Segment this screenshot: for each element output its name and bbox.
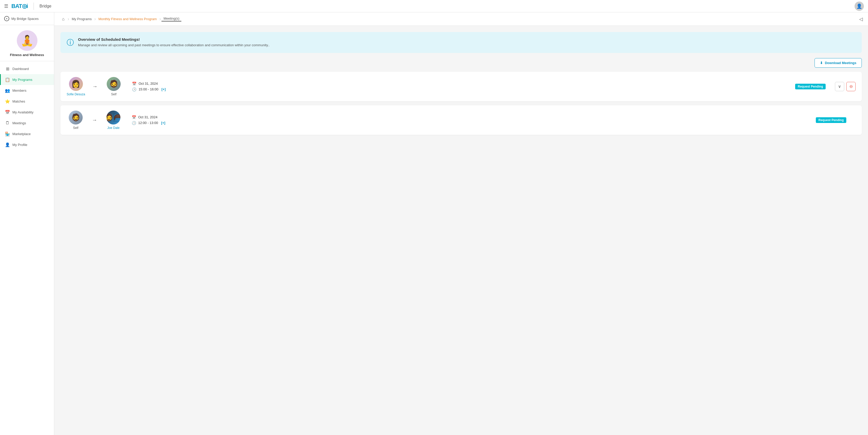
sidebar-item-my-availability[interactable]: 📅 My Availability — [0, 107, 54, 118]
sidebar-item-label: Marketplace — [12, 132, 31, 136]
sidebar-item-label: Matches — [12, 99, 25, 103]
logo-text: BAT◎i — [11, 3, 28, 9]
breadcrumb-program[interactable]: Monthly Fitness and Wellness Program — [96, 17, 159, 21]
sidebar-item-label: Members — [12, 89, 26, 92]
sidebar-item-my-programs[interactable]: 📋 My Programs — [0, 74, 54, 85]
breadcrumb-sep-1: › — [68, 16, 69, 22]
participant-avatar-self1: 🧔 — [107, 77, 121, 91]
meeting-date-text-1: Oct 31, 2024 — [138, 82, 158, 86]
arrow-1: → — [92, 84, 97, 89]
dashboard-icon: ⊞ — [5, 66, 10, 71]
download-row: ⬇ Download Meetings — [60, 58, 862, 68]
breadcrumb: ⌂ › My Programs › Monthly Fitness and We… — [54, 12, 868, 26]
meeting-time-1: 🕒 15:00 - 16:00 [+] — [132, 87, 790, 91]
info-banner-description: Manage and review all upcoming and past … — [78, 42, 270, 48]
my-programs-icon: 📋 — [5, 77, 10, 82]
sidebar: + My Bridge Spaces 🧘 Fitness and Wellnes… — [0, 12, 54, 435]
status-badge-2: Request Pending — [816, 117, 846, 123]
top-navigation: ☰ BAT◎i Bridge 👤 — [0, 0, 868, 12]
meeting-card-2: 🧔 Self → 🧔‍🦱 Joe Dale 📅 Oct 31, 2024 — [60, 105, 862, 135]
participant-from-2: 🧔 Self — [67, 111, 85, 130]
participant-name-sofie[interactable]: Sofie Desuza — [67, 92, 85, 96]
profile-emoji: 🧘 — [21, 35, 34, 47]
collapse-button[interactable]: ◁ — [859, 16, 863, 22]
calendar-icon-2: 📅 — [132, 115, 136, 119]
participant-from-1: 👩 Sofie Desuza — [67, 77, 85, 96]
meeting-date-2: 📅 Oct 31, 2024 — [132, 115, 811, 119]
members-icon: 👥 — [5, 88, 10, 93]
matches-icon: ⭐ — [5, 99, 10, 103]
arrow-2: → — [92, 117, 97, 123]
download-meetings-button[interactable]: ⬇ Download Meetings — [814, 58, 862, 68]
sidebar-item-label: My Programs — [12, 78, 32, 82]
meeting-date-1: 📅 Oct 31, 2024 — [132, 82, 790, 86]
delete-button-1[interactable]: ⊖ — [846, 82, 856, 91]
marketplace-icon: 🏪 — [5, 131, 10, 136]
sidebar-item-dashboard[interactable]: ⊞ Dashboard — [0, 63, 54, 74]
meeting-time-add-2[interactable]: [+] — [161, 121, 165, 125]
clock-icon-1: 🕒 — [132, 87, 136, 91]
sidebar-item-members[interactable]: 👥 Members — [0, 85, 54, 96]
bridge-spaces-icon: + — [4, 16, 9, 21]
meeting-time-add-1[interactable]: [+] — [161, 87, 165, 91]
sidebar-item-marketplace[interactable]: 🏪 Marketplace — [0, 128, 54, 139]
bridge-spaces-label: My Bridge Spaces — [11, 17, 39, 21]
sidebar-item-label: My Availability — [12, 110, 33, 114]
participant-avatar-self2: 🧔 — [69, 111, 83, 125]
sidebar-item-label: Meetings — [12, 121, 26, 125]
status-badge-1: Request Pending — [795, 84, 826, 89]
info-icon: ⓘ — [67, 38, 74, 48]
sidebar-item-my-profile[interactable]: 👤 My Profile — [0, 139, 54, 150]
participant-to-2: 🧔‍🦱 Joe Dale — [104, 111, 122, 130]
participant-name-joe[interactable]: Joe Dale — [107, 126, 119, 130]
meeting-card-1: 👩 Sofie Desuza → 🧔 Self 📅 Oct 31, 2024 — [60, 72, 862, 101]
app-name: Bridge — [39, 4, 52, 8]
clock-icon-2: 🕒 — [132, 121, 136, 125]
availability-icon: 📅 — [5, 110, 10, 115]
my-profile-icon: 👤 — [5, 142, 10, 147]
meeting-time-text-2: 12:00 - 13:00 — [138, 121, 158, 125]
meeting-time-2: 🕒 12:00 - 13:00 [+] — [132, 121, 811, 125]
info-banner-title: Overview of Scheduled Meetings! — [78, 37, 270, 41]
meeting-details-2: 📅 Oct 31, 2024 🕒 12:00 - 13:00 [+] — [132, 115, 811, 125]
user-avatar[interactable]: 👤 — [855, 2, 864, 11]
calendar-icon-1: 📅 — [132, 82, 136, 86]
meeting-actions-1: ∨ ⊖ — [835, 82, 856, 91]
participant-avatar-sofie: 👩 — [69, 77, 83, 91]
participant-to-1: 🧔 Self — [104, 77, 123, 96]
sidebar-item-matches[interactable]: ⭐ Matches — [0, 96, 54, 107]
meeting-date-text-2: Oct 31, 2024 — [138, 115, 157, 119]
breadcrumb-sep-2: › — [94, 16, 96, 22]
participant-name-self1: Self — [111, 92, 117, 96]
meetings-icon: 🗒 — [5, 121, 10, 125]
main-content: ⌂ › My Programs › Monthly Fitness and We… — [54, 12, 868, 435]
breadcrumb-home[interactable]: ⌂ — [59, 17, 67, 22]
content-area: ⓘ Overview of Scheduled Meetings! Manage… — [54, 26, 868, 435]
breadcrumb-my-programs[interactable]: My Programs — [70, 17, 94, 21]
sidebar-bridge-spaces[interactable]: + My Bridge Spaces — [0, 12, 54, 25]
download-icon: ⬇ — [820, 61, 823, 65]
sidebar-item-label: Dashboard — [12, 67, 29, 71]
participant-name-self2: Self — [73, 126, 79, 130]
info-banner-text: Overview of Scheduled Meetings! Manage a… — [78, 37, 270, 48]
sidebar-profile-name: Fitness and Wellness — [10, 53, 44, 57]
meeting-details-1: 📅 Oct 31, 2024 🕒 15:00 - 16:00 [+] — [132, 82, 790, 91]
breadcrumb-meetings[interactable]: Meeting(s) — [161, 17, 181, 22]
sidebar-item-meetings[interactable]: 🗒 Meetings — [0, 118, 54, 128]
expand-button-1[interactable]: ∨ — [835, 82, 844, 91]
sidebar-item-label: My Profile — [12, 143, 27, 147]
hamburger-menu[interactable]: ☰ — [4, 3, 8, 9]
meeting-time-text-1: 15:00 - 16:00 — [138, 87, 158, 91]
logo: BAT◎i Bridge — [11, 3, 52, 10]
download-label: Download Meetings — [825, 61, 857, 65]
sidebar-profile-avatar: 🧘 — [17, 30, 37, 51]
participant-avatar-joe: 🧔‍🦱 — [106, 111, 120, 125]
breadcrumb-sep-3: › — [159, 16, 161, 22]
info-banner: ⓘ Overview of Scheduled Meetings! Manage… — [60, 32, 862, 53]
main-layout: + My Bridge Spaces 🧘 Fitness and Wellnes… — [0, 12, 868, 435]
sidebar-nav: ⊞ Dashboard 📋 My Programs 👥 Members ⭐ Ma… — [0, 61, 54, 435]
sidebar-profile: 🧘 Fitness and Wellness — [0, 25, 54, 61]
